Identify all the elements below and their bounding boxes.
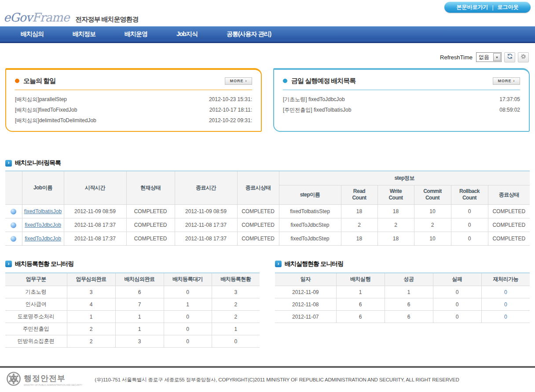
col-header-start: 시작시간 bbox=[64, 171, 126, 204]
monitoring-section-title: › 배치모니터링목록 bbox=[5, 159, 535, 167]
col-header: 배치심의완료 bbox=[115, 273, 164, 286]
col-header-job: Job이름 bbox=[22, 171, 64, 204]
copyright-text: (우)110-751 서울특별시 종로구 세종로55 정부중앙청사, COPYR… bbox=[95, 377, 459, 383]
table-row: fixedTolbatisJob 2012-11-09 08:59 COMPLE… bbox=[5, 204, 530, 218]
monitoring-table: Job이름 시작시간 현재상태 종료시간 종료시상태 step정보 step이름… bbox=[5, 171, 530, 246]
registration-section-title: › 배치등록현황 모니터링 bbox=[5, 260, 260, 268]
col-header-rollback-count: Rollback Count bbox=[451, 185, 488, 204]
ministry-text: 행정안전부 MINISTRY OF PUBLIC ADMINISTRATION … bbox=[24, 373, 82, 386]
table-row: 기초노령 3 6 0 3 bbox=[5, 286, 260, 298]
summary-panels: 오늘의 할일 MORE› [배치심의]parallelStep 2012-10-… bbox=[5, 68, 530, 132]
col-header-end: 종료시간 bbox=[175, 171, 237, 204]
todo-more-button[interactable]: MORE› bbox=[225, 77, 252, 85]
scheduled-panel: 금일 실행예정 배치목록 MORE› [기초노령] fixedToJdbcJob… bbox=[273, 68, 530, 132]
footer: 행정안전부 MINISTRY OF PUBLIC ADMINISTRATION … bbox=[0, 371, 535, 388]
table-row: fixedToJdbcJob 2012-11-08 17:37 COMPLETE… bbox=[5, 218, 530, 232]
pill-separator: | bbox=[492, 4, 493, 11]
refresh-button[interactable] bbox=[504, 52, 515, 62]
main-nav: 배치심의 배치정보 배치운영 Job지식 공통(사용자 관리) bbox=[0, 26, 535, 43]
refresh-time-select[interactable]: 없음 ▼ bbox=[476, 52, 502, 62]
table-row: 도로명주소처리 1 1 0 2 bbox=[5, 311, 260, 323]
job-sphere-icon bbox=[11, 236, 16, 242]
registration-section: › 배치등록현황 모니터링 업무구분 업무심의완료 배치심의완료 배치등록대기 … bbox=[5, 260, 260, 348]
chevron-right-icon: › bbox=[275, 261, 282, 267]
nav-item-batch-review[interactable]: 배치심의 bbox=[13, 26, 51, 42]
list-item: [배치심의]parallelStep 2012-10-23 15:31: bbox=[15, 94, 252, 105]
monitoring-table-wrap: Job이름 시작시간 현재상태 종료시간 종료시상태 step정보 step이름… bbox=[5, 171, 530, 246]
list-item: [배치심의]fixedToFixedJob 2012-10-17 18:11: bbox=[15, 105, 252, 115]
col-header: 실패 bbox=[433, 273, 481, 286]
list-item: [주민전출입] fixedTolbatisJob 08:59:02 bbox=[283, 105, 520, 115]
job-sphere-icon bbox=[11, 209, 16, 214]
step-info-group-header: step정보 bbox=[279, 171, 530, 185]
job-link[interactable]: fixedToJdbcJob bbox=[25, 222, 61, 228]
logout-link[interactable]: 로그아웃 bbox=[498, 4, 519, 11]
page: eGovFrame 전자정부 배치운영환경 본문바로가기 | 로그아웃 배치심의… bbox=[0, 0, 535, 392]
list-item: [기초노령] fixedToJdbcJob 17:37:05 bbox=[283, 94, 520, 105]
col-header: 일자 bbox=[275, 273, 336, 286]
app-title: 전자정부 배치운영환경 bbox=[75, 15, 138, 24]
settings-button[interactable] bbox=[518, 52, 529, 62]
chevron-right-icon: › bbox=[5, 261, 12, 267]
refresh-toolbar: RefreshTime 없음 ▼ bbox=[0, 52, 529, 62]
nav-item-batch-info[interactable]: 배치정보 bbox=[65, 26, 103, 42]
col-header: 배치등록대기 bbox=[164, 273, 212, 286]
refresh-time-label: RefreshTime bbox=[440, 54, 473, 61]
chevron-right-icon: › bbox=[5, 160, 12, 167]
nav-item-batch-ops[interactable]: 배치운영 bbox=[117, 26, 155, 42]
reprocess-link[interactable]: 0 bbox=[504, 314, 507, 320]
table-row: 민방위소집훈련 2 3 0 0 bbox=[5, 335, 260, 348]
col-header: 업무구분 bbox=[5, 273, 67, 286]
execution-table: 일자 배치실행 성공 실패 재처리가능 2012-11-09 1 1 0 0 bbox=[275, 272, 530, 323]
ministry-logo: 행정안전부 MINISTRY OF PUBLIC ADMINISTRATION … bbox=[6, 371, 82, 388]
utility-pill: 본문바로가기 | 로그아웃 bbox=[444, 2, 531, 13]
refresh-time-value: 없음 bbox=[476, 54, 493, 61]
col-header: 성공 bbox=[385, 273, 433, 286]
reprocess-link[interactable]: 0 bbox=[504, 289, 507, 295]
table-row: fixedToJdbcJob 2012-11-08 17:37 COMPLETE… bbox=[5, 232, 530, 245]
scheduled-panel-header: 금일 실행예정 배치목록 MORE› bbox=[283, 75, 520, 87]
col-header: 재처리가능 bbox=[481, 273, 530, 286]
nav-item-common-users[interactable]: 공통(사용자 관리) bbox=[219, 26, 278, 42]
list-item: [배치심의]delimitedToDelimitedJob 2012-10-22… bbox=[15, 115, 252, 126]
job-link[interactable]: fixedTolbatisJob bbox=[24, 208, 62, 214]
table-row: 2012-11-08 6 6 0 0 bbox=[275, 298, 530, 311]
todo-list: [배치심의]parallelStep 2012-10-23 15:31: [배치… bbox=[15, 90, 252, 126]
nav-item-job-knowledge[interactable]: Job지식 bbox=[169, 26, 205, 42]
col-header: 배치등록현황 bbox=[212, 273, 260, 286]
footer-divider bbox=[0, 366, 535, 368]
execution-section: › 배치실행현황 모니터링 일자 배치실행 성공 실패 재처리가능 201 bbox=[275, 260, 530, 348]
col-header: 배치실행 bbox=[336, 273, 385, 286]
col-header-step-name: step이름 bbox=[279, 185, 341, 204]
more-arrow-icon: › bbox=[246, 79, 247, 83]
icon-column-header bbox=[5, 171, 22, 204]
refresh-icon bbox=[507, 53, 513, 61]
table-row: 2012-11-07 6 6 0 0 bbox=[275, 311, 530, 323]
col-header-write-count: Write Count bbox=[377, 185, 414, 204]
todo-panel-title: 오늘의 할일 bbox=[23, 77, 55, 85]
col-header-read-count: Read Count bbox=[341, 185, 377, 204]
todo-panel: 오늘의 할일 MORE› [배치심의]parallelStep 2012-10-… bbox=[5, 68, 262, 132]
reprocess-link[interactable]: 0 bbox=[504, 301, 507, 308]
chevron-down-icon[interactable]: ▼ bbox=[493, 53, 501, 61]
table-row: 인사급여 4 7 1 2 bbox=[5, 298, 260, 311]
job-sphere-icon bbox=[11, 222, 16, 228]
col-header-status: 현재상태 bbox=[126, 171, 175, 204]
execution-section-title: › 배치실행현황 모니터링 bbox=[275, 260, 530, 268]
egovframe-logo: eGovFrame bbox=[4, 11, 69, 24]
registration-table: 업무구분 업무심의완료 배치심의완료 배치등록대기 배치등록현황 기초노령 3 … bbox=[5, 272, 260, 348]
scheduled-more-button[interactable]: MORE› bbox=[493, 77, 520, 85]
bullet-ring-icon bbox=[283, 79, 287, 83]
col-header-step-status: 종료상태 bbox=[488, 185, 530, 204]
col-header: 업무심의완료 bbox=[67, 273, 115, 286]
logo: eGovFrame 전자정부 배치운영환경 bbox=[4, 11, 139, 24]
table-row: 2012-11-09 1 1 0 0 bbox=[275, 286, 530, 298]
scheduled-panel-title: 금일 실행예정 배치목록 bbox=[291, 77, 355, 85]
skip-to-content-link[interactable]: 본문바로가기 bbox=[456, 4, 488, 11]
todo-panel-header: 오늘의 할일 MORE› bbox=[15, 75, 252, 87]
scheduled-list: [기초노령] fixedToJdbcJob 17:37:05 [주민전출입] f… bbox=[283, 90, 520, 115]
bullet-ring-icon bbox=[15, 79, 19, 83]
table-row: 주민전출입 2 1 0 1 bbox=[5, 323, 260, 335]
job-link[interactable]: fixedToJdbcJob bbox=[25, 236, 61, 242]
col-header-commit-count: Commit Count bbox=[414, 185, 451, 204]
